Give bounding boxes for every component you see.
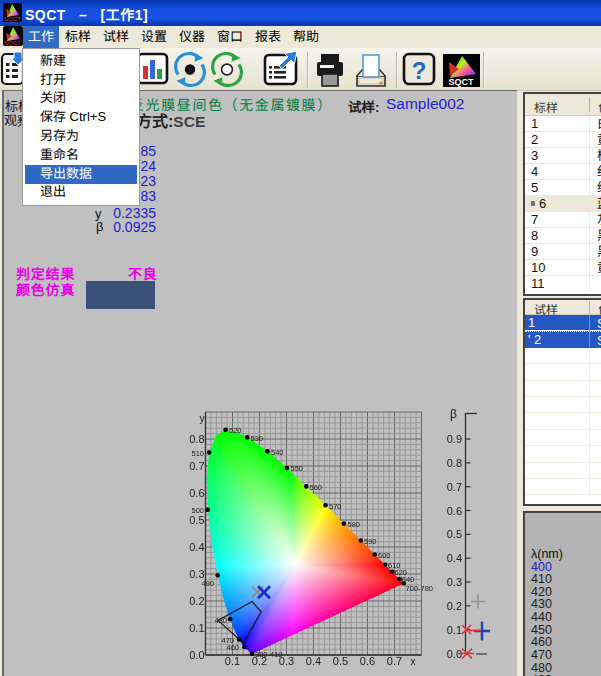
svg-text:SQCT: SQCT (4, 40, 21, 46)
svg-text:SQCT: SQCT (4, 16, 21, 22)
svg-text:SQCT: SQCT (448, 77, 474, 87)
svg-text:?: ? (412, 57, 427, 84)
